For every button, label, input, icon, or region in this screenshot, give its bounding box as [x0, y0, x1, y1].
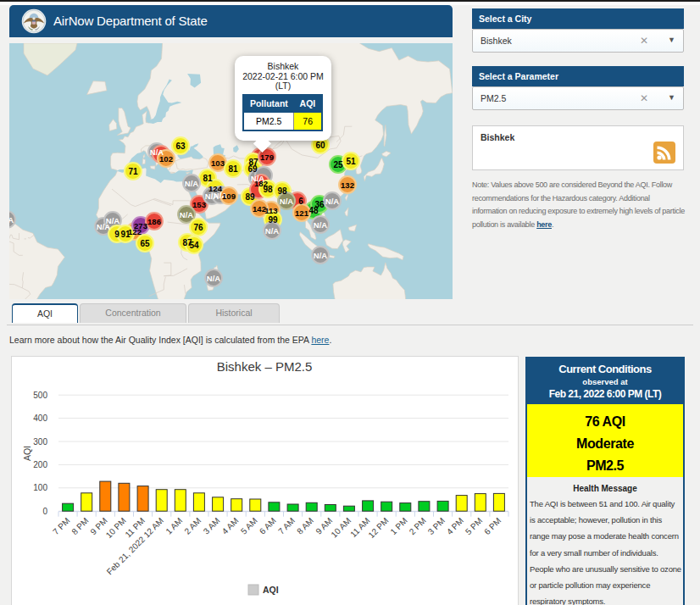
svg-text:186: 186: [147, 217, 161, 226]
svg-text:100: 100: [33, 483, 47, 492]
svg-text:7 AM: 7 AM: [276, 516, 297, 536]
svg-text:6 PM: 6 PM: [482, 516, 503, 536]
svg-text:76: 76: [193, 223, 203, 232]
svg-text:132: 132: [341, 180, 354, 190]
svg-text:N/A: N/A: [106, 216, 120, 225]
svg-text:9: 9: [114, 230, 119, 239]
svg-text:N/A: N/A: [185, 179, 199, 188]
svg-text:98: 98: [263, 185, 273, 194]
svg-text:8 PM: 8 PM: [69, 516, 90, 536]
svg-text:98: 98: [277, 186, 287, 196]
svg-text:51: 51: [346, 157, 356, 166]
svg-text:153: 153: [192, 200, 206, 209]
svg-text:Bishkek – PM2.5: Bishkek – PM2.5: [217, 359, 313, 374]
svg-text:200: 200: [33, 460, 47, 469]
svg-text:4 AM: 4 AM: [220, 516, 241, 536]
svg-text:N/A: N/A: [325, 197, 340, 206]
svg-text:113: 113: [264, 206, 277, 215]
svg-text:N/A: N/A: [314, 220, 328, 230]
svg-text:AQI: AQI: [22, 446, 32, 461]
svg-text:N/A: N/A: [280, 197, 294, 206]
svg-text:65: 65: [140, 239, 150, 248]
svg-text:4 PM: 4 PM: [445, 516, 465, 536]
svg-text:5 PM: 5 PM: [464, 516, 484, 536]
svg-text:60: 60: [315, 141, 325, 150]
svg-text:300: 300: [33, 437, 47, 447]
svg-text:N/A: N/A: [314, 251, 328, 260]
svg-text:103: 103: [211, 158, 225, 168]
svg-text:1 PM: 1 PM: [388, 516, 408, 536]
svg-text:0: 0: [42, 507, 47, 516]
svg-text:179: 179: [260, 153, 274, 162]
svg-text:63: 63: [175, 142, 186, 151]
svg-text:99: 99: [268, 215, 278, 225]
svg-text:81: 81: [228, 164, 238, 174]
svg-text:5 AM: 5 AM: [239, 516, 259, 536]
svg-text:54: 54: [189, 241, 199, 250]
svg-text:400: 400: [33, 414, 47, 423]
svg-text:10 PM: 10 PM: [104, 516, 128, 540]
svg-text:10 AM: 10 AM: [329, 516, 353, 540]
svg-text:121: 121: [295, 208, 309, 218]
svg-text:69: 69: [247, 164, 258, 174]
svg-text:3 AM: 3 AM: [202, 516, 222, 536]
svg-text:7 PM: 7 PM: [51, 516, 71, 536]
svg-text:6: 6: [298, 197, 303, 206]
svg-text:AQI: AQI: [263, 585, 279, 595]
svg-text:142: 142: [253, 204, 266, 214]
svg-text:273: 273: [134, 221, 147, 230]
svg-text:89: 89: [245, 192, 255, 202]
svg-text:109: 109: [222, 191, 236, 201]
svg-text:8 AM: 8 AM: [295, 516, 315, 536]
svg-text:12 PM: 12 PM: [366, 516, 390, 540]
svg-text:N/A: N/A: [265, 226, 280, 236]
svg-text:91: 91: [120, 230, 131, 239]
svg-text:102: 102: [159, 154, 173, 164]
svg-text:71: 71: [128, 167, 138, 176]
svg-text:2 PM: 2 PM: [408, 516, 428, 536]
svg-text:500: 500: [33, 391, 47, 400]
svg-text:3 PM: 3 PM: [426, 516, 447, 536]
svg-text:N/A: N/A: [180, 210, 194, 219]
svg-text:1 AM: 1 AM: [164, 516, 184, 536]
svg-text:6 AM: 6 AM: [258, 516, 278, 536]
svg-text:25: 25: [333, 160, 343, 169]
svg-text:36: 36: [314, 200, 325, 209]
svg-text:81: 81: [203, 174, 213, 183]
svg-text:N/A: N/A: [207, 274, 221, 283]
svg-text:2 AM: 2 AM: [182, 516, 203, 536]
svg-text:N/A: N/A: [9, 215, 14, 225]
